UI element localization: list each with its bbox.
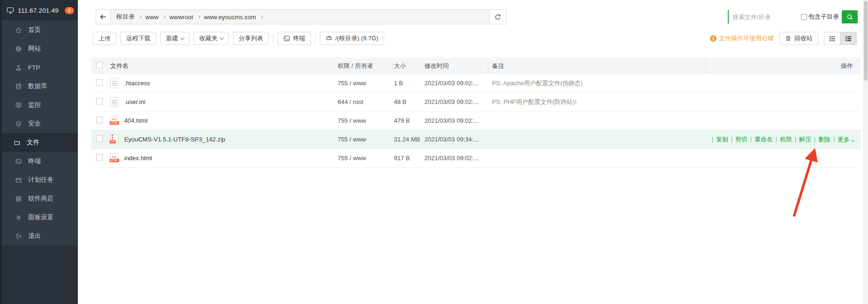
rename-action[interactable]: 重命名: [755, 135, 773, 144]
include-subdir-checkbox[interactable]: [801, 14, 807, 20]
calendar-icon: [15, 177, 22, 184]
monitor-chart-icon: [15, 102, 22, 109]
table-row[interactable]: <>HTML 404.html 755 / www 479 B 2021/03/…: [91, 111, 860, 130]
sidebar-item-security[interactable]: 安全: [0, 114, 78, 133]
file-perm: 644 / root: [338, 98, 394, 105]
sidebar-item-files[interactable]: 文件: [0, 133, 78, 152]
sidebar-menu: 首页 网站 FTP 数据库 监控 安全: [0, 21, 78, 245]
file-name[interactable]: .htaccess: [124, 80, 150, 87]
breadcrumb: 根目录 www wwwroot www.eyoucms.com: [111, 9, 490, 24]
file-perm: 755 / www: [338, 117, 394, 124]
sidebar-item-ftp[interactable]: FTP: [0, 58, 78, 77]
delete-action[interactable]: 删除: [818, 135, 830, 144]
table-row[interactable]: .htaccess 755 / www 1 B 2021/03/03 09:02…: [91, 74, 860, 93]
action-divider: [834, 137, 834, 142]
new-button[interactable]: 新建: [160, 32, 189, 45]
sidebar-item-terminal[interactable]: 终端: [0, 152, 78, 171]
unzip-action[interactable]: 解压: [799, 135, 811, 144]
header-actions: 操作: [706, 58, 860, 74]
favorites-button[interactable]: 收藏夹: [194, 32, 229, 45]
app-grid-icon: [15, 195, 22, 202]
sidebar-item-cron[interactable]: 计划任务: [0, 171, 78, 189]
search-input[interactable]: [728, 10, 798, 24]
row-checkbox[interactable]: [96, 79, 103, 86]
breadcrumb-wwwroot[interactable]: wwwroot: [169, 14, 193, 21]
terminal-icon: [15, 158, 22, 165]
message-count-badge[interactable]: 0: [65, 7, 74, 14]
monitor-server-icon: [7, 7, 15, 14]
recycle-bin-button[interactable]: 回收站: [779, 32, 818, 45]
sidebar-item-database[interactable]: 数据库: [0, 77, 78, 96]
root-disk-button[interactable]: /(根目录) (9.7G): [320, 32, 384, 45]
table-row-selected[interactable]: ZIP EyouCMS-V1.5.1-UTF8-SP3_142.zip 755 …: [91, 130, 860, 149]
doc-file-icon: [110, 97, 118, 107]
file-note[interactable]: PS: Apache用户配置文件(伪静态): [488, 79, 706, 88]
action-divider: [751, 137, 751, 142]
doc-file-icon: [110, 78, 118, 88]
select-all-checkbox[interactable]: [96, 62, 103, 68]
sidebar-bottom-filler: [0, 245, 78, 304]
remote-download-button[interactable]: 远程下载: [121, 32, 156, 45]
file-size: 1 B: [394, 80, 424, 87]
file-name[interactable]: index.html: [124, 155, 152, 162]
refresh-button[interactable]: [490, 9, 506, 24]
sidebar-item-app-store[interactable]: 软件商店: [0, 189, 78, 208]
breadcrumb-site-dir[interactable]: www.eyoucms.com: [204, 14, 256, 21]
sidebar-item-logout[interactable]: 退出: [0, 227, 78, 245]
row-checkbox[interactable]: [96, 154, 103, 161]
breadcrumb-separator-icon: [162, 15, 166, 19]
html-file-icon: <>HTML: [110, 116, 118, 126]
sidebar-item-website[interactable]: 网站: [0, 39, 78, 58]
action-divider: [732, 137, 732, 142]
list-view-button[interactable]: [840, 32, 857, 45]
grid-view-button[interactable]: [824, 32, 840, 45]
zip-file-icon: ZIP: [110, 134, 118, 144]
include-subdir-label: 包含子目录: [808, 13, 839, 21]
terminal-button[interactable]: 终端: [278, 32, 311, 45]
action-divider: [776, 137, 777, 142]
logout-icon: [15, 233, 22, 240]
terminal-button-icon: [283, 35, 290, 42]
breadcrumb-root[interactable]: 根目录: [116, 13, 135, 21]
header-perm-owner[interactable]: 权限 / 所有者: [338, 62, 394, 70]
search-icon: [846, 14, 853, 21]
page-scrollbar[interactable]: [863, 0, 868, 304]
breadcrumb-separator-icon: [260, 15, 263, 19]
file-size: 479 B: [394, 117, 424, 124]
cut-action[interactable]: 剪切: [735, 135, 747, 144]
file-mtime: 2021/03/03 09:02:...: [424, 98, 488, 105]
file-name[interactable]: EyouCMS-V1.5.1-UTF8-SP3_142.zip: [124, 136, 225, 143]
header-filename[interactable]: 文件名: [110, 62, 338, 70]
table-row[interactable]: .user.ini 644 / root 48 B 2021/03/03 09:…: [91, 93, 860, 111]
sidebar-item-home[interactable]: 首页: [0, 21, 78, 39]
header-mtime[interactable]: 修改时间: [424, 62, 488, 70]
breadcrumb-www[interactable]: www: [145, 14, 159, 21]
file-name[interactable]: .user.ini: [124, 98, 145, 105]
bt-panel-file-manager: 111.67.201.49 0 首页 网站 FTP 数据库 监控: [0, 0, 868, 304]
row-checkbox[interactable]: [96, 135, 103, 142]
header-size[interactable]: 大小: [394, 62, 424, 70]
file-name[interactable]: 404.html: [124, 117, 148, 124]
back-button[interactable]: [96, 9, 111, 24]
header-note: 备注: [488, 58, 706, 74]
toolbar-right: i 文件操作可使用右键 回收站: [710, 32, 857, 45]
row-checkbox[interactable]: [96, 117, 103, 123]
gear-icon: [15, 214, 22, 221]
upload-button[interactable]: 上传: [93, 32, 116, 45]
table-header: 文件名 权限 / 所有者 大小 修改时间 备注 操作: [91, 58, 860, 74]
row-checkbox[interactable]: [96, 98, 103, 104]
copy-action[interactable]: 复制: [716, 135, 728, 144]
permission-action[interactable]: 权限: [780, 135, 792, 144]
view-toggle: [824, 32, 857, 45]
breadcrumb-separator-icon: [197, 15, 200, 19]
table-row[interactable]: <>HTML index.html 755 / www 917 B 2021/0…: [91, 149, 860, 168]
file-mtime: 2021/03/03 09:02:...: [424, 117, 488, 124]
scrollbar-thumb[interactable]: [864, 1, 868, 81]
share-list-button[interactable]: 分享列表: [233, 32, 269, 45]
search-button[interactable]: [842, 10, 858, 23]
file-note[interactable]: PS: PHP用户配置文件(防跨站)!: [488, 98, 706, 106]
sidebar-item-monitor[interactable]: 监控: [0, 96, 78, 114]
more-action[interactable]: 更多: [838, 135, 854, 144]
file-mtime: 2021/03/03 09:02:...: [424, 155, 488, 162]
sidebar-item-panel-settings[interactable]: 面板设置: [0, 208, 78, 227]
